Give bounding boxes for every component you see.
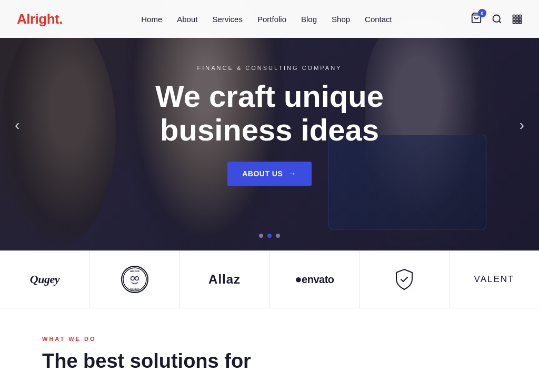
svg-rect-3	[513, 15, 515, 17]
brands-section: Qugey BULLDOG HARD TO BE Allaz ●envato	[0, 250, 539, 308]
slider-dot-1[interactable]	[259, 234, 263, 238]
grid-button[interactable]	[512, 14, 522, 24]
brand-valent-logo: VALENT	[474, 274, 515, 285]
hero-title-line2: business ideas	[160, 113, 379, 147]
nav-contact[interactable]: Contact	[365, 15, 392, 24]
logo-dot: .	[59, 11, 63, 27]
hero-cta-button[interactable]: About Us →	[227, 162, 312, 186]
brand-allaz[interactable]: Allaz	[180, 251, 270, 308]
svg-point-1	[493, 15, 500, 22]
hero-title-line1: We craft unique	[155, 79, 384, 113]
nav-about[interactable]: About	[177, 15, 197, 24]
hero-title: We craft unique business ideas	[106, 79, 433, 147]
svg-rect-7	[516, 18, 518, 20]
main-nav: Home About Services Portfolio Blog Shop …	[141, 15, 392, 24]
site-header: Alright. Home About Services Portfolio B…	[0, 0, 539, 38]
slider-prev-button[interactable]: ‹	[11, 113, 24, 138]
brand-envato-logo: ●envato	[295, 273, 334, 286]
nav-blog[interactable]: Blog	[301, 15, 317, 24]
hero-eyebrow: Finance & Consulting Company	[106, 65, 433, 71]
section-eyebrow: What We Do	[42, 336, 497, 342]
slider-next-button[interactable]: ›	[515, 113, 528, 138]
svg-text:HARD TO BE: HARD TO BE	[129, 270, 139, 273]
brand-bulldog-logo: BULLDOG HARD TO BE	[121, 266, 148, 293]
svg-text:BULLDOG: BULLDOG	[130, 288, 139, 290]
brand-qugey[interactable]: Qugey	[0, 251, 90, 308]
bottom-section: What We Do The best solutions for	[0, 308, 539, 374]
svg-line-2	[499, 21, 501, 23]
nav-services[interactable]: Services	[212, 15, 243, 24]
nav-home[interactable]: Home	[141, 15, 162, 24]
cart-badge: 0	[478, 9, 486, 17]
brand-shield-logo	[392, 267, 416, 292]
svg-rect-10	[516, 21, 518, 23]
search-icon	[492, 14, 502, 24]
brand-bulldog[interactable]: BULLDOG HARD TO BE	[90, 251, 180, 308]
svg-rect-6	[513, 18, 515, 20]
svg-rect-4	[516, 15, 518, 17]
hero-content: Finance & Consulting Company We craft un…	[106, 65, 433, 186]
brand-qugey-logo: Qugey	[30, 273, 59, 286]
slider-dots	[259, 234, 280, 238]
nav-shop[interactable]: Shop	[332, 15, 350, 24]
hero-cta-label: About Us	[242, 169, 283, 178]
arrow-icon: →	[288, 169, 297, 178]
nav-portfolio[interactable]: Portfolio	[257, 15, 286, 24]
logo-text: Alright	[17, 11, 59, 27]
brand-valent[interactable]: VALENT	[450, 251, 539, 308]
section-title: The best solutions for	[42, 349, 497, 374]
brand-envato[interactable]: ●envato	[270, 251, 360, 308]
slider-dot-2[interactable]	[267, 234, 272, 238]
search-button[interactable]	[492, 14, 502, 24]
brand-shield[interactable]	[360, 251, 450, 308]
svg-rect-9	[513, 21, 515, 23]
slider-dot-3[interactable]	[276, 234, 280, 238]
svg-rect-5	[519, 15, 521, 17]
svg-rect-8	[519, 18, 521, 20]
cart-button[interactable]: 0	[471, 12, 482, 26]
svg-rect-11	[519, 21, 521, 23]
brand-allaz-logo: Allaz	[208, 272, 241, 287]
grid-icon	[512, 14, 522, 24]
site-logo[interactable]: Alright.	[17, 11, 63, 27]
header-icons: 0	[471, 12, 522, 26]
